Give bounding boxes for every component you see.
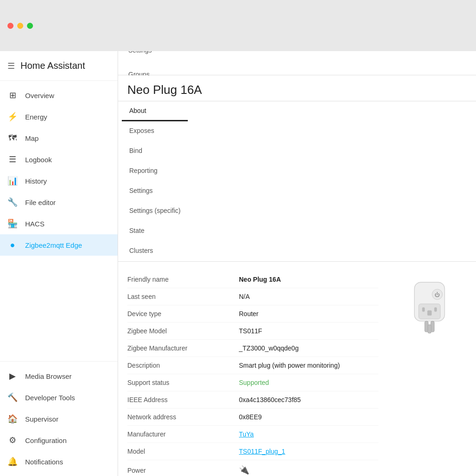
field-value: TS011F <box>239 327 262 335</box>
table-row: ModelTS011F_plug_1 <box>127 443 378 460</box>
sidebar-label-energy: Energy <box>25 113 47 121</box>
sidebar-title: Home Assistant <box>20 60 85 71</box>
page-title: Neo Plug 16A <box>127 83 467 97</box>
field-label: Zigbee Model <box>127 327 239 335</box>
close-button[interactable] <box>7 23 13 29</box>
hacs-icon: 🏪 <box>7 218 18 229</box>
sidebar-item-map[interactable]: 🗺 Map <box>0 127 118 149</box>
tab-clusters[interactable]: Clusters <box>122 241 188 261</box>
sidebar-item-supervisor[interactable]: 🏠 Supervisor <box>0 408 118 430</box>
file-editor-icon: 🔧 <box>7 197 18 207</box>
configuration-icon: ⚙ <box>7 435 18 445</box>
svg-rect-9 <box>427 311 431 316</box>
sidebar-label-media-browser: Media Browser <box>25 372 72 380</box>
tab-bind[interactable]: Bind <box>122 141 188 161</box>
field-value: 0x8EE9 <box>239 413 262 421</box>
sidebar-label-overview: Overview <box>25 92 54 99</box>
logbook-icon: ☰ <box>7 154 18 165</box>
sidebar-header: ☰ Home Assistant <box>0 51 118 81</box>
sidebar-item-history[interactable]: 📊 History <box>0 170 118 192</box>
sidebar: ☰ Home Assistant ⊞ Overview ⚡ Energy 🗺 M… <box>0 51 118 476</box>
field-label: Friendly name <box>127 276 239 283</box>
field-label: Model <box>127 448 239 455</box>
sidebar-label-history: History <box>25 177 47 185</box>
sidebar-bottom: ▶ Media Browser 🔨 Developer Tools 🏠 Supe… <box>0 361 118 476</box>
sidebar-label-configuration: Configuration <box>25 436 66 444</box>
sidebar-item-developer-tools[interactable]: 🔨 Developer Tools <box>0 387 118 408</box>
media-browser-icon: ▶ <box>7 371 18 381</box>
field-value: Neo Plug 16A <box>239 276 281 283</box>
field-value: Supported <box>239 379 269 386</box>
sidebar-item-file-editor[interactable]: 🔧 File editor <box>0 192 118 213</box>
field-value: N/A <box>239 293 250 300</box>
tab-settings-specific[interactable]: Settings (specific) <box>122 201 188 221</box>
sidebar-item-overview[interactable]: ⊞ Overview <box>0 85 118 106</box>
field-label: Last seen <box>127 293 239 300</box>
top-nav-settings[interactable]: Settings <box>122 51 177 63</box>
tab-about[interactable]: About <box>122 101 188 121</box>
device-info-table: Friendly nameNeo Plug 16ALast seenN/ADev… <box>127 271 378 467</box>
table-row: Device typeRouter <box>127 305 378 323</box>
table-row: Zigbee ModelTS011F <box>127 323 378 340</box>
sidebar-item-hacs[interactable]: 🏪 HACS <box>0 213 118 234</box>
supervisor-icon: 🏠 <box>7 414 18 424</box>
tab-reporting[interactable]: Reporting <box>122 161 188 181</box>
field-label: Power <box>127 467 239 474</box>
sidebar-label-zigbee2mqtt: Zigbee2mqtt Edge <box>25 241 82 249</box>
sidebar-item-logbook[interactable]: ☰ Logbook <box>0 149 118 170</box>
field-label: Device type <box>127 310 239 317</box>
sidebar-label-supervisor: Supervisor <box>25 415 59 423</box>
sidebar-item-notifications[interactable]: 🔔 Notifications <box>0 451 118 472</box>
table-row: Friendly nameNeo Plug 16A <box>127 271 378 288</box>
tab-exposes[interactable]: Exposes <box>122 121 188 141</box>
svg-rect-8 <box>434 307 437 311</box>
sidebar-item-configuration[interactable]: ⚙ Configuration <box>0 430 118 451</box>
table-row: Support statusSupported <box>127 374 378 391</box>
main-content: Zigbee2MQTTDevicesDashboardMapSettingsGr… <box>118 51 476 476</box>
field-value: _TZ3000_w0qqde0g <box>239 344 298 352</box>
app-window: ☰ Home Assistant ⊞ Overview ⚡ Energy 🗺 M… <box>0 0 476 476</box>
svg-rect-5 <box>428 324 431 333</box>
notifications-icon: 🔔 <box>7 456 18 467</box>
energy-icon: ⚡ <box>7 112 18 122</box>
table-row: IEEE Address0xa4c13860cec73f85 <box>127 391 378 409</box>
sidebar-item-media-browser[interactable]: ▶ Media Browser <box>0 365 118 387</box>
table-row: Zigbee Manufacturer_TZ3000_w0qqde0g <box>127 340 378 357</box>
table-row: Last seenN/A <box>127 288 378 305</box>
page-header: Neo Plug 16A <box>118 75 476 101</box>
sidebar-label-file-editor: File editor <box>25 198 56 206</box>
device-image-area: ⏻ <box>392 271 467 467</box>
tab-settings[interactable]: Settings <box>122 181 188 201</box>
developer-tools-icon: 🔨 <box>7 392 18 403</box>
tabs-row: AboutExposesBindReportingSettingsSetting… <box>118 101 476 262</box>
maximize-button[interactable] <box>27 23 33 29</box>
field-label: Manufacturer <box>127 430 239 438</box>
field-value: Smart plug (with power monitoring) <box>239 362 340 369</box>
sidebar-label-developer-tools: Developer Tools <box>25 394 75 402</box>
main-area: ☰ Home Assistant ⊞ Overview ⚡ Energy 🗺 M… <box>0 51 476 476</box>
field-value[interactable]: TuYa <box>239 430 254 438</box>
table-row: ManufacturerTuYa <box>127 426 378 443</box>
field-value: Router <box>239 310 258 317</box>
field-label: Network address <box>127 413 239 421</box>
table-row: Network address0x8EE9 <box>127 409 378 426</box>
history-icon: 📊 <box>7 176 18 186</box>
svg-rect-7 <box>422 307 425 311</box>
sidebar-label-notifications: Notifications <box>25 458 63 466</box>
table-row: DescriptionSmart plug (with power monito… <box>127 357 378 374</box>
map-icon: 🗺 <box>7 133 18 143</box>
minimize-button[interactable] <box>17 23 23 29</box>
sidebar-label-logbook: Logbook <box>25 156 52 164</box>
sidebar-item-zigbee2mqtt[interactable]: ● Zigbee2mqtt Edge <box>0 234 118 256</box>
title-bar <box>0 0 476 51</box>
sidebar-item-energy[interactable]: ⚡ Energy <box>0 106 118 127</box>
menu-icon[interactable]: ☰ <box>7 61 15 71</box>
field-value[interactable]: TS011F_plug_1 <box>239 448 285 455</box>
zigbee2mqtt-icon: ● <box>7 240 18 250</box>
device-image: ⏻ <box>402 276 457 341</box>
field-value: 🔌 <box>239 465 249 475</box>
field-label: Support status <box>127 379 239 386</box>
sidebar-nav: ⊞ Overview ⚡ Energy 🗺 Map ☰ Logbook 📊 Hi… <box>0 81 118 361</box>
device-content: Friendly nameNeo Plug 16ALast seenN/ADev… <box>118 262 476 476</box>
tab-state[interactable]: State <box>122 221 188 241</box>
